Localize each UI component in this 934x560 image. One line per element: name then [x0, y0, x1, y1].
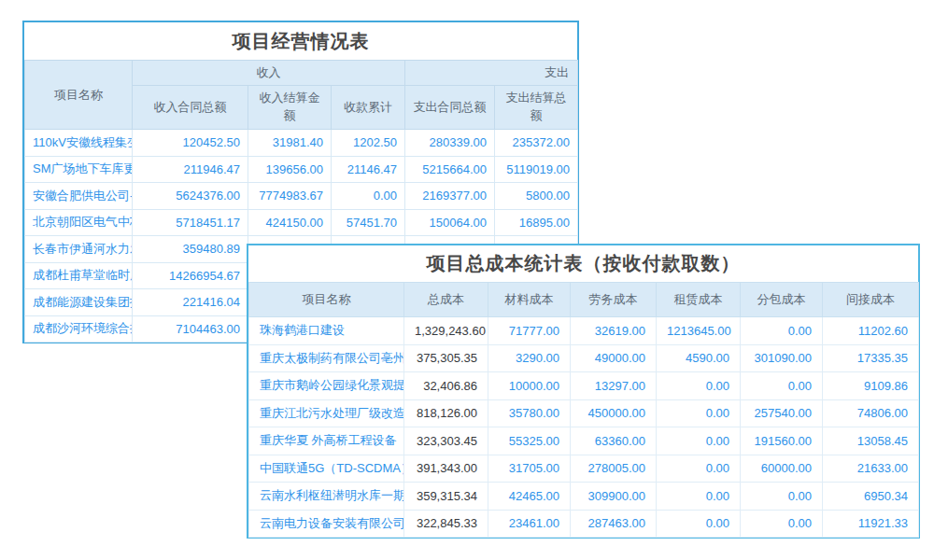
table-row: 重庆太极制药有限公司亳州 375,305.35 3290.00 49000.00…: [249, 344, 919, 372]
table-row: 安徽合肥供电公司--配电 5624376.00 7774983.67 0.00 …: [25, 183, 578, 210]
cell: 5718451.17: [133, 209, 248, 236]
cell: 191560.00: [741, 427, 823, 455]
table2-header-material: 材料成本: [488, 283, 571, 317]
cell: 71777.00: [488, 317, 571, 345]
cell: 0.00: [657, 455, 741, 483]
project-total-cost-table: 项目名称 总成本 材料成本 劳务成本 租赁成本 分包成本 间接成本 珠海鹤港口建…: [248, 282, 919, 538]
cell-total-cost: 323,303.45: [404, 427, 488, 455]
cell: 57451.70: [332, 209, 405, 236]
cell-total-cost: 375,305.35: [404, 344, 488, 372]
table-row: 云南电力设备安装有限公司 322,845.33 23461.00 287463.…: [249, 510, 919, 538]
cell: 139656.00: [248, 156, 332, 183]
cell: 0.00: [657, 427, 741, 455]
cell: 10000.00: [488, 372, 571, 400]
cell: 6950.34: [823, 483, 919, 511]
project-total-cost-table-card: 项目总成本统计表（按收付款取数） 项目名称 总成本 材料成本 劳务成本 租赁成本…: [247, 244, 920, 539]
table2-header-total: 总成本: [404, 283, 488, 317]
cell: 31981.40: [248, 130, 332, 157]
cell-project-name: 中国联通5G（TD-SCDMA）: [249, 455, 404, 483]
cell-project-name: 重庆市鹅岭公园绿化景观提: [249, 372, 404, 400]
cell: 9109.86: [823, 372, 919, 400]
cell: 21146.47: [332, 156, 405, 183]
table2-header-lease: 租赁成本: [657, 283, 741, 317]
cell: 221416.04: [133, 289, 248, 316]
cell: 211946.47: [133, 156, 248, 183]
table-row: 重庆市鹅岭公园绿化景观提 32,406.86 10000.00 13297.00…: [249, 372, 919, 400]
table-row: SM广场地下车库更换排水 211946.47 139656.00 21146.4…: [25, 156, 578, 183]
table1-header-expense-group: 支出: [405, 61, 578, 86]
cell: 14266954.67: [133, 262, 248, 289]
cell-project-name: 110kV安徽线程集变开闭: [25, 130, 133, 157]
cell: 287463.00: [571, 510, 657, 538]
table1-group-header-row: 项目名称 收入 支出: [25, 61, 578, 86]
table1-header-project: 项目名称: [25, 61, 133, 130]
table-row: 中国联通5G（TD-SCDMA） 391,343.00 31705.00 278…: [249, 455, 919, 483]
cell: 280339.00: [405, 130, 495, 157]
cell: 2169377.00: [405, 183, 495, 210]
cell: 5215664.00: [405, 156, 495, 183]
cell: 257540.00: [741, 399, 823, 427]
cell: 16895.00: [495, 209, 578, 236]
table1-header-expense-contract: 支出合同总额: [405, 86, 495, 130]
cell-project-name: 珠海鹤港口建设: [249, 317, 404, 345]
cell: 35780.00: [488, 399, 571, 427]
cell: 0.00: [741, 317, 823, 345]
table2-header-labor: 劳务成本: [571, 283, 657, 317]
cell: 17335.35: [823, 344, 919, 372]
cell-project-name: 云南电力设备安装有限公司: [249, 510, 404, 538]
cell: 7774983.67: [248, 183, 332, 210]
cell-project-name: 成都沙河环境综合提升: [25, 315, 133, 343]
cell: 13297.00: [571, 372, 657, 400]
table-row: 云南水利枢纽潜明水库一期 359,315.34 42465.00 309900.…: [249, 483, 919, 511]
cell: 5624376.00: [133, 183, 248, 210]
cell-project-name: 重庆太极制药有限公司亳州: [249, 344, 404, 372]
table1-header-income-settle: 收入结算金额: [248, 86, 332, 130]
cell-total-cost: 32,406.86: [404, 372, 488, 400]
cell: 301090.00: [741, 344, 823, 372]
table1-header-income-contract: 收入合同总额: [133, 86, 248, 130]
table1-title: 项目经营情况表: [24, 22, 577, 60]
cell: 31705.00: [488, 455, 571, 483]
cell: 150064.00: [405, 209, 495, 236]
cell: 11921.33: [823, 510, 919, 538]
cell: 55325.00: [488, 427, 571, 455]
table2-header-row: 项目名称 总成本 材料成本 劳务成本 租赁成本 分包成本 间接成本: [249, 283, 919, 317]
table-row: 北京朝阳区电气中芯特 5718451.17 424150.00 57451.70…: [25, 209, 578, 236]
cell-project-name: 重庆华夏 外高桥工程设备: [249, 427, 404, 455]
table1-header-receipt-total: 收款累计: [332, 86, 405, 130]
cell: 450000.00: [571, 399, 657, 427]
cell: 359480.89: [133, 236, 248, 263]
cell: 32619.00: [571, 317, 657, 345]
cell: 0.00: [657, 483, 741, 511]
cell: 74806.00: [823, 399, 919, 427]
cell: 42465.00: [488, 483, 571, 511]
cell-total-cost: 322,845.33: [404, 510, 488, 538]
table2-header-indirect: 间接成本: [823, 283, 919, 317]
cell: 49000.00: [571, 344, 657, 372]
table-row: 重庆江北污水处理厂级改造 818,126.00 35780.00 450000.…: [249, 399, 919, 427]
cell-total-cost: 818,126.00: [404, 399, 488, 427]
cell: 278005.00: [571, 455, 657, 483]
table2-header-subcontract: 分包成本: [741, 283, 823, 317]
cell: 0.00: [741, 483, 823, 511]
table-row: 110kV安徽线程集变开闭 120452.50 31981.40 1202.50…: [25, 130, 578, 157]
cell-total-cost: 1,329,243.60: [404, 317, 488, 345]
table-row: 珠海鹤港口建设 1,329,243.60 71777.00 32619.00 1…: [249, 317, 919, 345]
cell-total-cost: 391,343.00: [404, 455, 488, 483]
cell-project-name: 重庆江北污水处理厂级改造: [249, 399, 404, 427]
cell: 11202.60: [823, 317, 919, 345]
cell: 309900.00: [571, 483, 657, 511]
cell: 0.00: [657, 399, 741, 427]
cell: 5119019.00: [495, 156, 578, 183]
table1-header-income-group: 收入: [133, 61, 405, 86]
cell-project-name: 北京朝阳区电气中芯特: [25, 209, 133, 236]
cell: 0.00: [741, 510, 823, 538]
cell: 60000.00: [741, 455, 823, 483]
cell-total-cost: 359,315.34: [404, 483, 488, 511]
table-row: 重庆华夏 外高桥工程设备 323,303.45 55325.00 63360.0…: [249, 427, 919, 455]
cell: 0.00: [657, 372, 741, 400]
cell: 23461.00: [488, 510, 571, 538]
cell: 4590.00: [657, 344, 741, 372]
cell-project-name: 安徽合肥供电公司--配电: [25, 183, 133, 210]
table2-header-project: 项目名称: [249, 283, 404, 317]
